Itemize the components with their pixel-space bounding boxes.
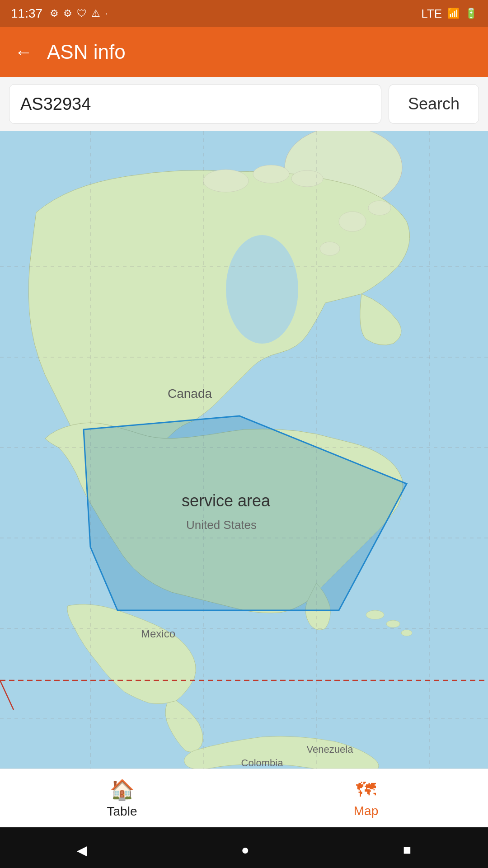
page-title: ASN info [47,41,126,63]
svg-text:Canada: Canada [168,387,212,401]
settings-icon: ⚙ [50,8,59,19]
svg-point-4 [291,170,323,187]
svg-point-8 [226,235,298,344]
svg-point-5 [339,212,366,231]
search-button[interactable]: Search [389,84,479,124]
table-icon: 🏠 [110,778,135,802]
map-container[interactable]: Canada service area United States Mexico… [0,131,488,769]
app-bar: ← ASN info [0,27,488,77]
nav-item-map[interactable]: 🗺 Map [244,769,488,827]
bottom-nav: 🏠 Table 🗺 Map [0,769,488,827]
svg-text:Colombia: Colombia [241,757,284,769]
warning-icon: ⚠ [91,8,100,19]
svg-text:United States: United States [186,518,257,532]
map-svg: Canada service area United States Mexico… [0,131,488,769]
svg-point-6 [368,201,391,215]
battery-icon: 🔋 [465,8,477,19]
settings2-icon: ⚙ [63,8,72,19]
android-back-button[interactable]: ◀ [77,842,87,858]
dot-icon: · [105,8,108,19]
status-icons: ⚙ ⚙ 🛡 ⚠ · [50,8,108,19]
android-home-button[interactable]: ● [241,842,249,858]
shield-icon: 🛡 [77,8,87,19]
status-bar-left: 11:37 ⚙ ⚙ 🛡 ⚠ · [11,6,108,21]
status-time: 11:37 [11,6,42,21]
map-icon: 🗺 [356,778,376,801]
svg-point-7 [320,242,340,255]
table-nav-label: Table [107,804,137,819]
nav-item-table[interactable]: 🏠 Table [0,769,244,827]
svg-text:Venezuela: Venezuela [307,744,354,755]
svg-point-3 [253,165,289,183]
status-bar-right: LTE 📶 🔋 [421,7,477,21]
android-recents-button[interactable]: ■ [403,842,411,858]
back-button[interactable]: ← [11,38,36,66]
search-input[interactable] [9,84,381,124]
svg-point-2 [203,170,249,192]
status-bar: 11:37 ⚙ ⚙ 🛡 ⚠ · LTE 📶 🔋 [0,0,488,27]
svg-text:service area: service area [182,491,271,510]
svg-point-9 [366,610,384,619]
signal-icon: 📶 [447,8,460,19]
search-container: Search [0,77,488,131]
lte-label: LTE [421,7,442,21]
android-nav-bar: ◀ ● ■ [0,827,488,868]
svg-point-11 [401,630,412,636]
svg-point-10 [386,620,400,627]
svg-text:Mexico: Mexico [141,627,175,640]
map-nav-label: Map [354,804,378,818]
